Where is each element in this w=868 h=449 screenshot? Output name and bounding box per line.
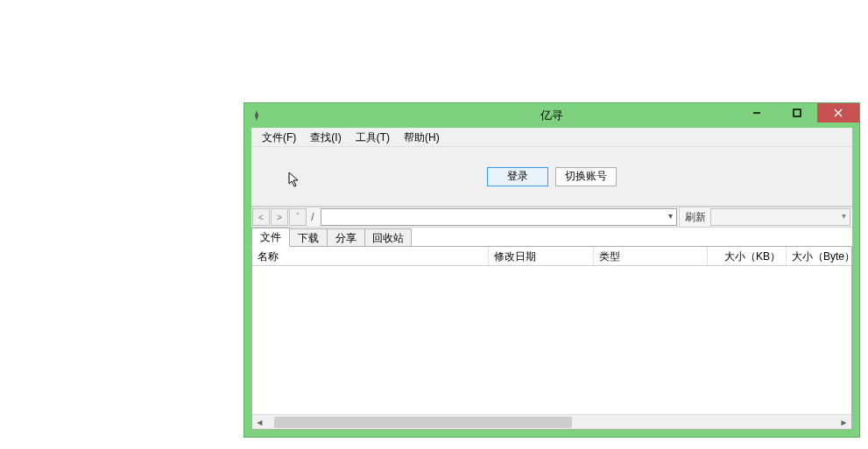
menu-find[interactable]: 查找(I) (303, 128, 348, 147)
titlebar[interactable]: 亿寻 (244, 103, 859, 128)
refresh-button[interactable]: 刷新 (679, 207, 710, 227)
tabstrip: 文件 下载 分享 回收站 (251, 228, 852, 247)
col-modified[interactable]: 修改日期 (489, 247, 594, 265)
svg-rect-1 (794, 109, 801, 116)
app-icon (250, 109, 264, 123)
menu-help[interactable]: 帮助(H) (397, 128, 447, 147)
nav-separator: / (307, 207, 319, 227)
tab-share[interactable]: 分享 (327, 228, 365, 247)
nav-forward-button[interactable]: > (271, 208, 288, 226)
close-button[interactable] (817, 103, 859, 123)
client-area: 文件(F) 查找(I) 工具(T) 帮助(H) 登录 切换账号 < > ˆ / … (251, 128, 852, 430)
file-list: 名称 修改日期 类型 大小（KB） 大小（Byte） ◄ ► (251, 246, 852, 430)
menu-tools[interactable]: 工具(T) (349, 128, 397, 147)
minimize-button[interactable] (737, 103, 777, 123)
switch-account-button[interactable]: 切换账号 (555, 167, 617, 186)
tab-downloads[interactable]: 下载 (289, 228, 328, 247)
search-combo[interactable] (710, 208, 850, 226)
nav-up-button[interactable]: ˆ (289, 208, 307, 226)
window-controls (737, 103, 859, 123)
col-size-kb[interactable]: 大小（KB） (708, 247, 787, 265)
column-headers: 名称 修改日期 类型 大小（KB） 大小（Byte） (252, 247, 851, 266)
nav-toolbar: < > ˆ / 刷新 (251, 207, 852, 228)
cursor-icon (288, 172, 300, 191)
maximize-button[interactable] (777, 103, 817, 123)
app-window: 亿寻 文件(F) 查找(I) 工具(T) 帮助(H) 登录 切换账号 (243, 102, 860, 438)
scroll-thumb[interactable] (274, 417, 572, 428)
menu-file[interactable]: 文件(F) (255, 128, 303, 147)
horizontal-scrollbar[interactable]: ◄ ► (252, 414, 851, 429)
login-panel: 登录 切换账号 (251, 147, 852, 207)
col-size-byte[interactable]: 大小（Byte） (787, 247, 851, 265)
scroll-left-icon[interactable]: ◄ (252, 415, 267, 429)
tab-recycle[interactable]: 回收站 (364, 228, 412, 247)
scroll-track[interactable] (267, 415, 836, 429)
login-button[interactable]: 登录 (487, 167, 548, 186)
scroll-right-icon[interactable]: ► (836, 415, 851, 429)
col-type[interactable]: 类型 (594, 247, 708, 265)
tab-files[interactable]: 文件 (251, 228, 290, 247)
col-name[interactable]: 名称 (252, 247, 489, 265)
nav-back-button[interactable]: < (252, 208, 270, 226)
path-combo[interactable] (321, 208, 677, 226)
menubar: 文件(F) 查找(I) 工具(T) 帮助(H) (251, 128, 852, 147)
